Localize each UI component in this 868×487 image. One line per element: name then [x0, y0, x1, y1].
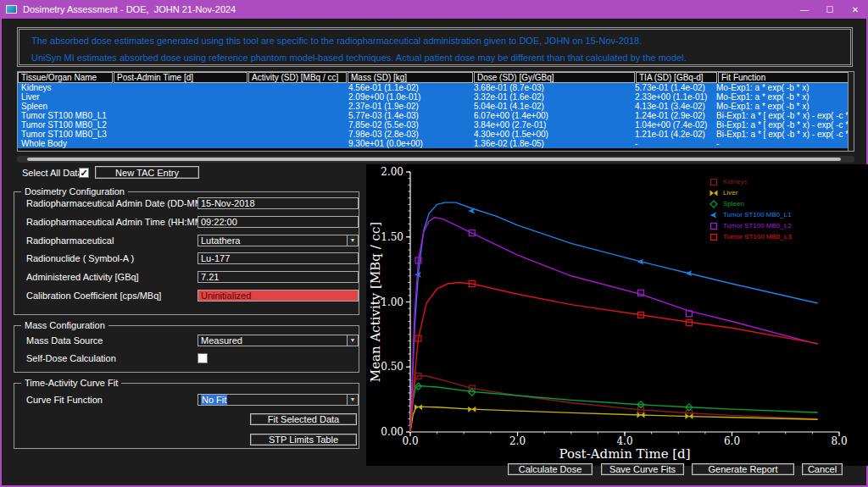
table-row[interactable]: Liver2.09e+00 (1.0e-01)3.32e-01 (1.6e-02… [18, 92, 854, 102]
svg-text:0.0: 0.0 [402, 435, 418, 447]
cancel-button[interactable]: Cancel [802, 463, 843, 475]
table-row[interactable]: Tumor ST100 MB0_L15.77e-03 (1.4e-03)6.07… [18, 111, 854, 120]
svg-text:Mean Activity [MBq / cc]: Mean Activity [MBq / cc] [368, 222, 383, 382]
column-header[interactable]: Mass (SD) [kg] [348, 72, 473, 83]
data-point-marker [710, 201, 717, 208]
column-header[interactable]: TIA (SD) [GBq-d] [636, 72, 717, 83]
chevron-down-icon[interactable]: ▼ [347, 335, 358, 346]
column-header[interactable]: Post-Admin Time [d] [114, 72, 248, 83]
radiopharmaceutical-value: Lutathera [201, 235, 240, 246]
table-cell: 3.84e+00 (2.7e-01) [470, 120, 632, 130]
data-point-marker [711, 179, 717, 185]
chevron-down-icon[interactable]: ▼ [347, 395, 358, 405]
data-point-marker [468, 407, 476, 412]
curve-fit-function-dropdown[interactable]: No Fit ▼ [198, 394, 359, 406]
app-icon [6, 5, 17, 14]
table-row[interactable]: Spleen2.37e-01 (1.9e-02)5.04e-01 (4.1e-0… [18, 102, 854, 111]
table-cell [247, 92, 345, 102]
chart-canvas: 0.000.501.001.502.000.02.04.06.08.0Post-… [366, 164, 868, 466]
table-cell [247, 102, 345, 111]
table-vertical-scrollbar[interactable] [848, 72, 854, 151]
curve-fit-function-value: No Fit [201, 395, 227, 405]
series-curve [410, 375, 818, 432]
svg-text:Post-Admin Time [d]: Post-Admin Time [d] [559, 446, 690, 462]
table-horizontal-scrollbar[interactable] [17, 156, 854, 163]
legend-label: Kidneys [723, 178, 747, 185]
column-header[interactable]: Activity (SD) [MBq / cc] [248, 72, 347, 83]
minimize-icon[interactable]: — [792, 0, 817, 19]
table-row[interactable]: Tumor ST100 MB0_L27.85e-02 (5.5e-03)3.84… [18, 120, 854, 130]
table-cell: Bi-Exp1: a * [ exp( -b * x) - exp( -c * … [713, 111, 849, 120]
select-all-label: Select All Data [22, 168, 83, 178]
svg-text:6.0: 6.0 [724, 435, 740, 447]
radiopharmaceutical-label: Radiopharmaceutical [26, 235, 114, 246]
legend-marker-icon [709, 232, 719, 242]
stp-limits-table-button[interactable]: STP Limits Table [250, 434, 357, 445]
scrollbar-thumb[interactable] [27, 158, 841, 161]
fit-selected-data-button[interactable]: Fit Selected Data [250, 413, 357, 425]
svg-text:2.00: 2.00 [381, 166, 403, 178]
legend-item: Spleen [709, 198, 792, 209]
curve-fit-function-label: Curve Fit Function [26, 395, 103, 405]
admin-date-input[interactable]: 15-Nov-2018 [198, 197, 359, 209]
disclaimer-box: The absorbed dose estimates generated us… [17, 27, 853, 67]
radiopharmaceutical-dropdown[interactable]: Lutathera ▼ [198, 235, 359, 246]
svg-text:0.00: 0.00 [381, 426, 403, 438]
chevron-down-icon[interactable]: ▼ [347, 235, 358, 246]
legend-item: Tumor ST100 MB0_L1 [709, 209, 792, 220]
group-title: Dosimetry Configuration [21, 186, 128, 196]
table-row[interactable]: Whole Body9.30e+01 (0.0e+00)1.36e-02 (1.… [18, 139, 854, 148]
table-cell [247, 139, 345, 148]
save-curve-fits-button[interactable]: Save Curve Fits [601, 463, 684, 475]
time-activity-curve-fit-group: Time-Activity Curve Fit Curve Fit Functi… [14, 383, 359, 449]
generate-report-button[interactable]: Generate Report [692, 463, 794, 475]
table-cell: 7.85e-02 (5.5e-03) [345, 120, 470, 130]
calibration-coefficient-input[interactable]: Uninitialized [198, 290, 359, 302]
time-activity-chart: 0.000.501.001.502.000.02.04.06.08.0Post-… [366, 164, 868, 466]
self-dose-label: Self-Dose Calculation [26, 353, 116, 363]
data-point-marker [711, 234, 717, 240]
table-cell: Mo-Exp1: a * exp( -b * x) [713, 102, 849, 111]
select-all-checkbox[interactable]: ✓ [79, 168, 89, 178]
radionuclide-label: Radionuclide ( Symbol-A ) [26, 253, 134, 263]
table-cell: Tumor ST100 MB0_L1 [18, 111, 113, 120]
calculate-dose-button[interactable]: Calculate Dose [508, 463, 593, 475]
mass-configuration-group: Mass Configuration Mass Data Source Meas… [14, 325, 359, 373]
table-cell: 5.73e-01 (1.4e-02) [632, 83, 713, 92]
table-cell: 1.04e+00 (7.4e-02) [632, 120, 713, 130]
svg-text:1.50: 1.50 [381, 231, 403, 243]
table-cell: - [632, 139, 713, 148]
self-dose-checkbox[interactable] [198, 353, 208, 363]
close-icon[interactable]: ✕ [843, 0, 868, 19]
table-cell: Bi-Exp1: a * [ exp( -b * x) - exp( -c * … [713, 130, 849, 139]
legend-label: Spleen [723, 200, 744, 208]
svg-text:8.0: 8.0 [831, 435, 847, 447]
column-header[interactable]: Dose (SD) [Gy/GBq] [474, 72, 635, 83]
chart-legend: KidneysLiverSpleenTumor ST100 MB0_L1Tumo… [709, 176, 792, 242]
admin-time-input[interactable]: 09:22:00 [198, 216, 359, 228]
administered-activity-input[interactable]: 7.21 [198, 271, 359, 283]
new-tac-entry-button[interactable]: New TAC Entry [95, 166, 199, 179]
table-row[interactable]: Tumor ST100 MB0_L37.98e-03 (2.8e-03)4.30… [18, 130, 854, 139]
legend-item: Liver [709, 187, 792, 198]
legend-label: Tumor ST100 MB0_L1 [723, 211, 792, 219]
radionuclide-input[interactable]: Lu-177 [198, 252, 359, 264]
dosimetry-configuration-group: Dosimetry Configuration Radiopharmaceuti… [14, 191, 359, 315]
mass-data-source-dropdown[interactable]: Measured ▼ [198, 335, 359, 346]
administered-activity-label: Administered Activity [GBq] [26, 272, 139, 282]
maximize-icon[interactable]: ☐ [817, 0, 843, 19]
table-cell: 2.09e+00 (1.0e-01) [345, 92, 470, 102]
table-cell: Whole Body [18, 139, 113, 148]
table-cell [113, 83, 247, 92]
table-cell [113, 130, 247, 139]
titlebar: Dosimetry Assessment - DOE, JOHN 21-Nov-… [0, 0, 868, 19]
legend-item: Tumor ST100 MB0_L3 [709, 231, 792, 242]
table-row[interactable]: Kidneys4.56e-01 (1.1e-02)3.68e-01 (8.7e-… [18, 83, 854, 92]
column-header[interactable]: Fit Function [718, 72, 854, 83]
svg-text:4.0: 4.0 [616, 435, 632, 447]
legend-marker-icon [709, 188, 719, 198]
group-title: Time-Activity Curve Fit [21, 378, 121, 388]
legend-label: Liver [723, 189, 737, 196]
table-cell: 1.24e-01 (2.9e-02) [632, 111, 713, 120]
column-header[interactable]: Tissue/Organ Name [18, 72, 113, 83]
